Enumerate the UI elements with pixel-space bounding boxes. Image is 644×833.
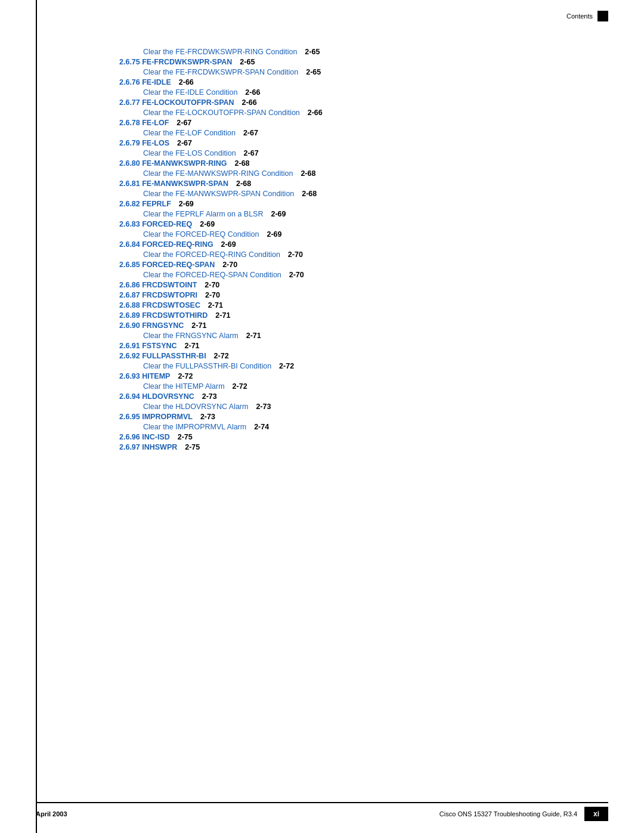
toc-link[interactable]: 2.6.77 FE-LOCKOUTOFPR-SPAN xyxy=(119,98,234,107)
toc-section-entry[interactable]: 2.6.85 FORCED-REQ-SPAN 2-70 xyxy=(119,261,596,269)
toc-sub-entry[interactable]: Clear the FE-LOCKOUTOFPR-SPAN Condition … xyxy=(119,109,596,117)
toc-link[interactable]: 2.6.90 FRNGSYNC xyxy=(119,321,184,330)
page-number: 2-71 xyxy=(181,342,200,350)
toc-section-entry[interactable]: 2.6.76 FE-IDLE 2-66 xyxy=(119,78,596,86)
toc-link[interactable]: 2.6.93 HITEMP xyxy=(119,372,170,380)
toc-section-entry[interactable]: 2.6.90 FRNGSYNC 2-71 xyxy=(119,321,596,330)
toc-link[interactable]: Clear the FE-FRCDWKSWPR-SPAN Condition xyxy=(143,68,298,76)
toc-section-entry[interactable]: 2.6.75 FE-FRCDWKSWPR-SPAN 2-65 xyxy=(119,58,596,66)
toc-link[interactable]: 2.6.76 FE-IDLE xyxy=(119,78,171,86)
page-number: 2-66 xyxy=(175,78,194,86)
footer-page-number: xi xyxy=(584,807,608,821)
toc-section-entry[interactable]: 2.6.96 INC-ISD 2-75 xyxy=(119,433,596,441)
toc-link[interactable]: Clear the FE-MANWKSWPR-SPAN Condition xyxy=(143,190,294,198)
toc-link[interactable]: Clear the FE-LOCKOUTOFPR-SPAN Condition xyxy=(143,109,300,117)
toc-sub-entry[interactable]: Clear the FORCED-REQ-RING Condition 2-70 xyxy=(119,250,596,259)
toc-link[interactable]: 2.6.92 FULLPASSTHR-BI xyxy=(119,352,206,360)
toc-link[interactable]: Clear the IMPROPRMVL Alarm xyxy=(143,423,246,431)
toc-link[interactable]: 2.6.88 FRCDSWTOSEC xyxy=(119,301,200,309)
toc-section-entry[interactable]: 2.6.81 FE-MANWKSWPR-SPAN 2-68 xyxy=(119,179,596,188)
toc-link[interactable]: Clear the FORCED-REQ-RING Condition xyxy=(143,250,280,259)
toc-section-entry[interactable]: 2.6.91 FSTSYNC 2-71 xyxy=(119,342,596,350)
toc-sub-entry[interactable]: Clear the FEPRLF Alarm on a BLSR 2-69 xyxy=(119,210,596,218)
toc-link[interactable]: Clear the FE-MANWKSWPR-RING Condition xyxy=(143,169,293,178)
toc-sub-entry[interactable]: Clear the FRNGSYNC Alarm 2-71 xyxy=(119,332,596,340)
toc-link[interactable]: 2.6.89 FRCDSWTOTHIRD xyxy=(119,311,208,320)
toc-link[interactable]: 2.6.79 FE-LOS xyxy=(119,139,169,147)
toc-sub-entry[interactable]: Clear the FE-MANWKSWPR-SPAN Condition 2-… xyxy=(119,190,596,198)
toc-link[interactable]: 2.6.84 FORCED-REQ-RING xyxy=(119,240,213,249)
toc-link[interactable]: Clear the FE-FRCDWKSWPR-RING Condition xyxy=(143,48,297,56)
toc-link[interactable]: 2.6.87 FRCDSWTOPRI xyxy=(119,291,197,299)
toc-sub-entry[interactable]: Clear the FE-MANWKSWPR-RING Condition 2-… xyxy=(119,169,596,178)
toc-link[interactable]: Clear the FORCED-REQ-SPAN Condition xyxy=(143,271,281,279)
toc-link[interactable]: 2.6.75 FE-FRCDWKSWPR-SPAN xyxy=(119,58,232,66)
toc-link[interactable]: Clear the HLDOVRSYNC Alarm xyxy=(143,402,248,411)
toc-section-entry[interactable]: 2.6.86 FRCDSWTOINT 2-70 xyxy=(119,281,596,289)
toc-link[interactable]: Clear the FE-IDLE Condition xyxy=(143,88,237,97)
toc-sub-entry[interactable]: Clear the FORCED-REQ Condition 2-69 xyxy=(119,230,596,239)
toc-link[interactable]: 2.6.80 FE-MANWKSWPR-RING xyxy=(119,159,227,168)
toc-section-entry[interactable]: 2.6.88 FRCDSWTOSEC 2-71 xyxy=(119,301,596,309)
toc-link[interactable]: 2.6.78 FE-LOF xyxy=(119,119,169,127)
toc-sub-entry[interactable]: Clear the FE-FRCDWKSWPR-RING Condition 2… xyxy=(119,48,596,56)
footer: April 2003 Cisco ONS 15327 Troubleshooti… xyxy=(36,802,608,821)
toc-sub-entry[interactable]: Clear the FE-LOS Condition 2-67 xyxy=(119,149,596,157)
toc-link[interactable]: 2.6.86 FRCDSWTOINT xyxy=(119,281,197,289)
toc-link[interactable]: Clear the FULLPASSTHR-BI Condition xyxy=(143,362,271,370)
toc-link[interactable]: 2.6.85 FORCED-REQ-SPAN xyxy=(119,261,215,269)
toc-link[interactable]: 2.6.96 INC-ISD xyxy=(119,433,170,441)
toc-link[interactable]: 2.6.94 HLDOVRSYNC xyxy=(119,392,194,401)
toc-link[interactable]: 2.6.95 IMPROPRMVL xyxy=(119,413,193,421)
toc-link[interactable]: 2.6.83 FORCED-REQ xyxy=(119,220,192,228)
toc-sub-entry[interactable]: Clear the HITEMP Alarm 2-72 xyxy=(119,382,596,391)
footer-right-area: Cisco ONS 15327 Troubleshooting Guide, R… xyxy=(439,807,608,821)
toc-section-entry[interactable]: 2.6.94 HLDOVRSYNC 2-73 xyxy=(119,392,596,401)
toc-link[interactable]: Clear the FORCED-REQ Condition xyxy=(143,230,259,239)
toc-sub-entry[interactable]: Clear the FE-FRCDWKSWPR-SPAN Condition 2… xyxy=(119,68,596,76)
toc-link[interactable]: 2.6.82 FEPRLF xyxy=(119,200,171,208)
toc-sub-entry[interactable]: Clear the IMPROPRMVL Alarm 2-74 xyxy=(119,423,596,431)
toc-link[interactable]: Clear the FRNGSYNC Alarm xyxy=(143,332,239,340)
toc-sub-entry[interactable]: Clear the FE-LOF Condition 2-67 xyxy=(119,129,596,137)
toc-section-entry[interactable]: 2.6.92 FULLPASSTHR-BI 2-72 xyxy=(119,352,596,360)
toc-section-entry[interactable]: 2.6.84 FORCED-REQ-RING 2-69 xyxy=(119,240,596,249)
page-number: 2-73 xyxy=(198,392,217,401)
page-number: 2-72 xyxy=(174,372,193,380)
toc-link[interactable]: 2.6.81 FE-MANWKSWPR-SPAN xyxy=(119,179,228,188)
toc-link[interactable]: Clear the HITEMP Alarm xyxy=(143,382,225,391)
page-number: 2-72 xyxy=(210,352,229,360)
toc-section-entry[interactable]: 2.6.83 FORCED-REQ 2-69 xyxy=(119,220,596,228)
toc-section-entry[interactable]: 2.6.89 FRCDSWTOTHIRD 2-71 xyxy=(119,311,596,320)
page-number: 2-70 xyxy=(200,281,219,289)
toc-section-entry[interactable]: 2.6.87 FRCDSWTOPRI 2-70 xyxy=(119,291,596,299)
page-number: 2-66 xyxy=(304,109,323,117)
toc-link[interactable]: 2.6.97 INHSWPR xyxy=(119,443,177,451)
toc-sub-entry[interactable]: Clear the FULLPASSTHR-BI Condition 2-72 xyxy=(119,362,596,370)
toc-section-entry[interactable]: 2.6.93 HITEMP 2-72 xyxy=(119,372,596,380)
toc-section-entry[interactable]: 2.6.82 FEPRLF 2-69 xyxy=(119,200,596,208)
toc-section-entry[interactable]: 2.6.97 INHSWPR 2-75 xyxy=(119,443,596,451)
left-border xyxy=(36,0,37,833)
toc-sub-entry[interactable]: Clear the HLDOVRSYNC Alarm 2-73 xyxy=(119,402,596,411)
page-number: 2-71 xyxy=(211,311,230,320)
page-number: 2-70 xyxy=(218,261,237,269)
toc-link[interactable]: Clear the FE-LOF Condition xyxy=(143,129,236,137)
toc-section-entry[interactable]: 2.6.79 FE-LOS 2-67 xyxy=(119,139,596,147)
toc-section-entry[interactable]: 2.6.77 FE-LOCKOUTOFPR-SPAN 2-66 xyxy=(119,98,596,107)
toc-section-entry[interactable]: 2.6.80 FE-MANWKSWPR-RING 2-68 xyxy=(119,159,596,168)
page-number: 2-66 xyxy=(241,88,260,97)
toc-link[interactable]: 2.6.91 FSTSYNC xyxy=(119,342,177,350)
toc-link[interactable]: Clear the FE-LOS Condition xyxy=(143,149,236,157)
page-number: 2-73 xyxy=(252,402,271,411)
toc-section-entry[interactable]: 2.6.95 IMPROPRMVL 2-73 xyxy=(119,413,596,421)
toc-link[interactable]: Clear the FEPRLF Alarm on a BLSR xyxy=(143,210,263,218)
toc-sub-entry[interactable]: Clear the FE-IDLE Condition 2-66 xyxy=(119,88,596,97)
toc-section-entry[interactable]: 2.6.78 FE-LOF 2-67 xyxy=(119,119,596,127)
page-number: 2-73 xyxy=(196,413,215,421)
header: Contents xyxy=(566,11,608,21)
page-number: 2-68 xyxy=(298,190,317,198)
page-container: Contents Clear the FE-FRCDWKSWPR-RING Co… xyxy=(0,0,644,833)
page-number: 2-75 xyxy=(174,433,193,441)
toc-sub-entry[interactable]: Clear the FORCED-REQ-SPAN Condition 2-70 xyxy=(119,271,596,279)
